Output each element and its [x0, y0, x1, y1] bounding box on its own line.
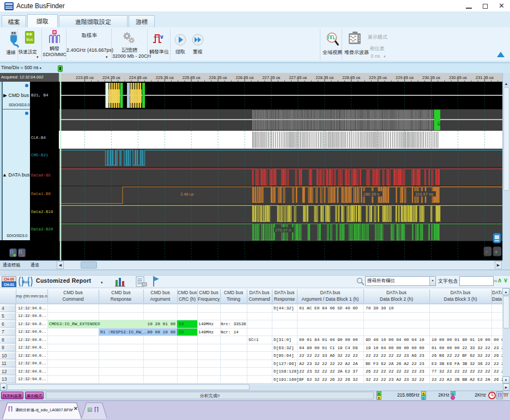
- svg-text:319.97 ns: 319.97 ns: [415, 192, 433, 197]
- svg-text:in: in: [333, 37, 336, 40]
- svg-text:Bus: Bus: [22, 279, 29, 284]
- svg-text:v: v: [160, 34, 163, 40]
- svg-text:280.39 n: 280.39 n: [363, 192, 379, 197]
- svg-text:279.97 n: 279.97 n: [275, 228, 291, 233]
- svg-text:-: -: [486, 249, 488, 254]
- svg-text:+: +: [495, 249, 497, 255]
- svg-text:CR: CR: [436, 121, 441, 126]
- svg-text:2.46 us: 2.46 us: [180, 192, 194, 197]
